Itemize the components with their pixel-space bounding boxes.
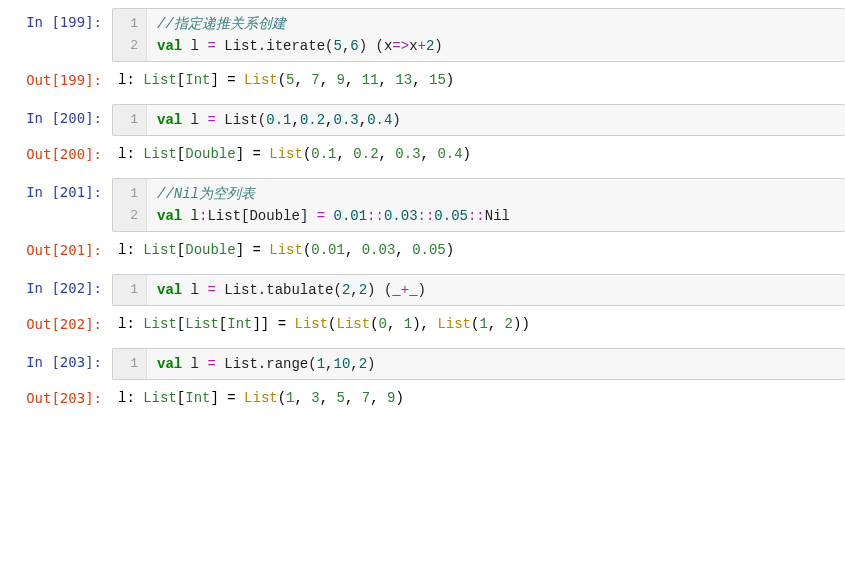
code-content[interactable]: //Nil为空列表 val l:List[Double] = 0.01::0.0… — [147, 179, 520, 231]
output-content: l: List[Int] = List(1, 3, 5, 7, 9) — [112, 384, 845, 406]
cell-203-in: In [203]: 1 val l = List.range(1,10,2) — [0, 348, 845, 380]
cell-203-out: Out[203]: l: List[Int] = List(1, 3, 5, 7… — [0, 384, 845, 406]
code-content[interactable]: val l = List.range(1,10,2) — [147, 349, 386, 379]
code-input[interactable]: 1 val l = List.tabulate(2,2) (_+_) — [112, 274, 845, 306]
cell-201-out: Out[201]: l: List[Double] = List(0.01, 0… — [0, 236, 845, 258]
line-gutter: 12 — [113, 179, 147, 231]
code-input[interactable]: 1 val l = List.range(1,10,2) — [112, 348, 845, 380]
code-content[interactable]: //指定递推关系创建 val l = List.iterate(5,6) (x=… — [147, 9, 453, 61]
cell-202-out: Out[202]: l: List[List[Int]] = List(List… — [0, 310, 845, 332]
out-prompt: Out[201]: — [0, 236, 112, 258]
cell-201-in: In [201]: 12 //Nil为空列表 val l:List[Double… — [0, 178, 845, 232]
code-comment: //指定递推关系创建 — [157, 16, 286, 32]
cell-199-out: Out[199]: l: List[Int] = List(5, 7, 9, 1… — [0, 66, 845, 88]
cell-199-in: In [199]: 12 //指定递推关系创建 val l = List.ite… — [0, 8, 845, 62]
code-input[interactable]: 12 //指定递推关系创建 val l = List.iterate(5,6) … — [112, 8, 845, 62]
line-gutter: 1 — [113, 275, 147, 305]
cell-200-in: In [200]: 1 val l = List(0.1,0.2,0.3,0.4… — [0, 104, 845, 136]
output-content: l: List[List[Int]] = List(List(0, 1), Li… — [112, 310, 845, 332]
code-content[interactable]: val l = List.tabulate(2,2) (_+_) — [147, 275, 436, 305]
out-prompt: Out[202]: — [0, 310, 112, 332]
cell-202-in: In [202]: 1 val l = List.tabulate(2,2) (… — [0, 274, 845, 306]
output-content: l: List[Double] = List(0.1, 0.2, 0.3, 0.… — [112, 140, 845, 162]
line-gutter: 12 — [113, 9, 147, 61]
out-prompt: Out[200]: — [0, 140, 112, 162]
code-input[interactable]: 1 val l = List(0.1,0.2,0.3,0.4) — [112, 104, 845, 136]
in-prompt: In [203]: — [0, 348, 112, 380]
output-content: l: List[Int] = List(5, 7, 9, 11, 13, 15) — [112, 66, 845, 88]
in-prompt: In [202]: — [0, 274, 112, 306]
code-input[interactable]: 12 //Nil为空列表 val l:List[Double] = 0.01::… — [112, 178, 845, 232]
out-prompt: Out[199]: — [0, 66, 112, 88]
line-gutter: 1 — [113, 105, 147, 135]
in-prompt: In [201]: — [0, 178, 112, 232]
output-content: l: List[Double] = List(0.01, 0.03, 0.05) — [112, 236, 845, 258]
in-prompt: In [200]: — [0, 104, 112, 136]
line-gutter: 1 — [113, 349, 147, 379]
code-comment: //Nil为空列表 — [157, 186, 255, 202]
out-prompt: Out[203]: — [0, 384, 112, 406]
in-prompt: In [199]: — [0, 8, 112, 62]
cell-200-out: Out[200]: l: List[Double] = List(0.1, 0.… — [0, 140, 845, 162]
code-content[interactable]: val l = List(0.1,0.2,0.3,0.4) — [147, 105, 411, 135]
